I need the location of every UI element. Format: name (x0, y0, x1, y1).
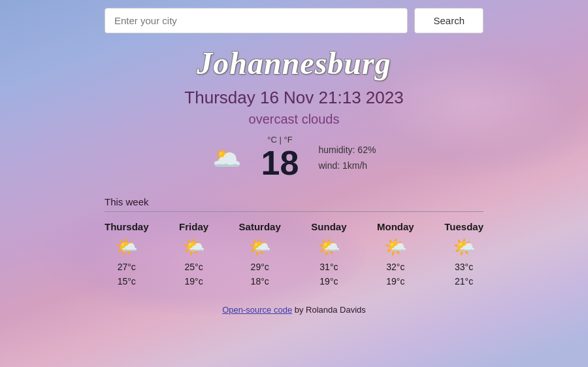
week-divider (105, 211, 483, 212)
day-low: 19°c (386, 276, 404, 287)
humidity-text: humidity: 62% (318, 143, 376, 158)
temperature-block: °C | °F 18 (261, 135, 299, 182)
open-source-link[interactable]: Open-source code (222, 305, 292, 315)
day-name: Sunday (311, 221, 346, 232)
day-name: Saturday (239, 221, 281, 232)
temperature-row: 🌥️ °C | °F 18 humidity: 62% wind: 1km/h (212, 135, 376, 182)
day-name: Monday (377, 221, 414, 232)
weather-details: humidity: 62% wind: 1km/h (318, 143, 376, 174)
city-input[interactable] (105, 8, 408, 33)
day-name: Friday (179, 221, 208, 232)
week-grid: Thursday 🌤️ 27°c 15°c Friday 🌤️ 25°c 19°… (105, 221, 483, 287)
day-col: Sunday 🌤️ 31°c 19°c (311, 221, 346, 287)
unit-toggle[interactable]: °C | °F (267, 135, 292, 145)
day-low: 15°c (118, 276, 136, 287)
search-button[interactable]: Search (414, 8, 483, 33)
day-high: 29°c (251, 262, 269, 272)
day-name: Tuesday (444, 221, 483, 232)
day-icon: 🌤️ (318, 236, 340, 258)
day-icon: 🌤️ (384, 236, 407, 258)
day-col: Saturday 🌤️ 29°c 18°c (239, 221, 281, 287)
day-col: Tuesday 🌤️ 33°c 21°c (444, 221, 483, 287)
current-weather-icon: 🌥️ (212, 145, 242, 172)
week-section: This week Thursday 🌤️ 27°c 15°c Friday 🌤… (105, 196, 483, 287)
day-high: 32°c (386, 262, 404, 272)
day-low: 19°c (319, 276, 338, 287)
day-icon: 🌤️ (115, 236, 138, 258)
day-low: 19°c (184, 276, 203, 287)
week-label: This week (105, 196, 483, 207)
footer-suffix: by Rolanda Davids (292, 305, 366, 315)
day-low: 21°c (455, 276, 473, 287)
wind-text: wind: 1km/h (318, 158, 376, 174)
day-icon: 🌤️ (182, 236, 205, 258)
day-low: 18°c (251, 276, 269, 287)
day-col: Monday 🌤️ 32°c 19°c (377, 221, 414, 287)
main-temperature: 18 (261, 145, 299, 182)
search-row: Search (105, 8, 483, 33)
day-name: Thursday (105, 221, 149, 232)
day-high: 25°c (184, 262, 203, 272)
datetime-display: Thursday 16 Nov 21:13 2023 (184, 88, 403, 108)
day-high: 33°c (455, 262, 473, 272)
day-col: Thursday 🌤️ 27°c 15°c (105, 221, 149, 287)
city-title: Johannesburg (197, 45, 391, 81)
day-high: 27°c (118, 262, 136, 272)
day-icon: 🌤️ (453, 236, 476, 258)
footer: Open-source code by Rolanda Davids (222, 305, 366, 315)
condition-text: overcast clouds (249, 112, 340, 127)
day-icon: 🌤️ (248, 236, 271, 258)
day-col: Friday 🌤️ 25°c 19°c (179, 221, 208, 287)
day-high: 31°c (319, 262, 338, 272)
